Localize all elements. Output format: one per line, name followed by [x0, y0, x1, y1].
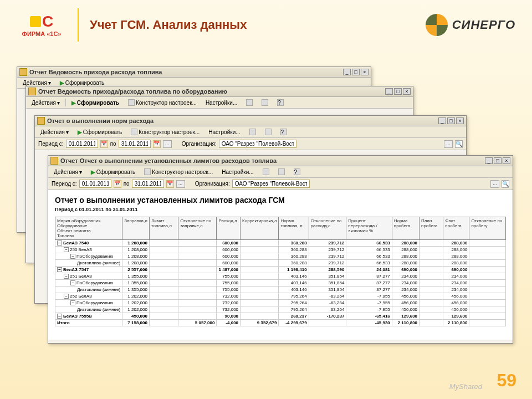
settings-button[interactable]: Настройки...: [202, 99, 241, 107]
synergo-icon: [426, 14, 448, 36]
period-from-label: Период с:: [38, 141, 64, 147]
maximize-button[interactable]: □: [494, 157, 502, 164]
minimize-button[interactable]: _: [343, 69, 351, 75]
datepicker-icon[interactable]: 📅: [153, 140, 161, 148]
tool-icon-2[interactable]: [262, 127, 275, 136]
minimize-button[interactable]: _: [385, 88, 393, 95]
toolbar: Действия ▾ ▶Сформировать Конструктор нас…: [48, 166, 513, 178]
window-icon: [28, 88, 36, 95]
close-button[interactable]: ×: [456, 117, 464, 124]
toolbar: Действия ▾ ▶Сформировать Конструктор нас…: [35, 126, 466, 138]
slide-title: Учет ГСМ. Анализ данных: [90, 18, 426, 32]
datepicker-icon[interactable]: 📅: [166, 180, 174, 188]
search-icon[interactable]: 🔍: [455, 140, 463, 148]
maximize-button[interactable]: □: [394, 88, 402, 95]
window-titlebar[interactable]: Отчет о выполнении норм расхода _ □ ×: [35, 116, 466, 126]
period-more-button[interactable]: ...: [163, 140, 172, 148]
window-titlebar[interactable]: Отчет Ведомость прихода расхода топлива …: [17, 67, 371, 78]
table-row[interactable]: −252 БелАЗ1 202,000732,000795,264-63,264…: [55, 293, 506, 300]
org-input[interactable]: [219, 140, 296, 148]
table-row[interactable]: Дизтопливо (зимнее)1 202,000732,000795,2…: [55, 306, 506, 313]
search-icon[interactable]: 🔍: [502, 180, 509, 188]
period-from-input[interactable]: [66, 140, 98, 148]
period-to-input[interactable]: [119, 140, 151, 148]
period-to-input[interactable]: [132, 180, 164, 188]
tool-icon-1[interactable]: [246, 127, 259, 136]
tool-icon-2[interactable]: [258, 98, 272, 107]
column-header: Отклонение по расходу,л: [309, 217, 346, 240]
tool-icon-1[interactable]: [243, 98, 256, 107]
actions-button[interactable]: Действия ▾: [50, 168, 85, 176]
toolbar: Действия ▾ ▶Сформировать Конструктор нас…: [26, 97, 413, 109]
divider: [78, 8, 79, 42]
slide-header: С ФИРМА «1С» Учет ГСМ. Анализ данных СИН…: [0, 0, 532, 50]
table-row[interactable]: −БелАЗ 75472 557,0001 487,0001 198,41028…: [55, 267, 506, 273]
help-button[interactable]: ?: [277, 127, 290, 136]
watermark: MyShared: [449, 382, 482, 391]
close-button[interactable]: ×: [503, 157, 510, 164]
form-button[interactable]: ▶Сформировать: [88, 168, 139, 176]
constructor-button[interactable]: Конструктор настроек...: [141, 167, 216, 176]
column-header: Заправка,л: [122, 217, 150, 240]
form-button[interactable]: ▶Сформировать: [74, 128, 126, 136]
report-table: Марка оборудованияОборудованиеОбъект рем…: [55, 217, 506, 326]
tool-icon-1[interactable]: [259, 167, 273, 176]
actions-button[interactable]: Действия ▾: [28, 99, 63, 107]
tree-expand-icon[interactable]: −: [70, 300, 75, 305]
table-row[interactable]: Дизтопливо (зимнее)1 355,000755,000403,1…: [55, 287, 506, 293]
tree-expand-icon[interactable]: −: [64, 274, 69, 279]
form-button[interactable]: ▶Сформировать: [68, 99, 122, 107]
table-row[interactable]: −ПоОборудованию1 208,000600,000360,28823…: [55, 253, 506, 260]
tree-expand-icon[interactable]: −: [64, 247, 69, 252]
minimize-button[interactable]: _: [485, 157, 493, 164]
table-row[interactable]: −БелАЗ 7555В450,00090,000260,237-170,237…: [55, 313, 506, 320]
org-label: Организация:: [195, 181, 230, 187]
tree-expand-icon[interactable]: −: [70, 280, 75, 285]
table-row[interactable]: −251 БелАЗ1 355,000755,000403,146351,854…: [55, 273, 506, 280]
help-button[interactable]: ?: [290, 167, 304, 176]
window-icon: [37, 117, 45, 125]
table-row[interactable]: Итого7 158,0005 057,000-4,0009 352,679-4…: [55, 320, 506, 326]
table-row[interactable]: −БелАЗ 75401 208,000600,000360,288239,71…: [55, 240, 506, 247]
tree-expand-icon[interactable]: −: [57, 267, 62, 272]
column-header: План пробега: [420, 217, 443, 240]
period-bar: Период с: 📅 по 📅 ... Организация: ... 🔍: [35, 138, 466, 150]
table-row[interactable]: Дизтопливо (зимнее)1 208,000600,000360,2…: [55, 260, 506, 267]
minimize-button[interactable]: _: [438, 117, 446, 124]
datepicker-icon[interactable]: 📅: [100, 140, 108, 148]
window-titlebar[interactable]: Отчет Ведомость прихода/расхода топлива …: [26, 86, 413, 97]
period-from-input[interactable]: [79, 180, 111, 188]
tool-icon-2[interactable]: [275, 167, 288, 176]
logo-1c: С ФИРМА «1С»: [17, 6, 66, 44]
constructor-button[interactable]: Конструктор настроек...: [125, 98, 200, 107]
datepicker-icon[interactable]: 📅: [114, 180, 121, 188]
table-row[interactable]: −ПоОборудованию1 355,000755,000403,14635…: [55, 280, 506, 287]
page-number: 59: [497, 370, 516, 391]
report-period: Период с 01.01.2011 по 31.01.2011: [55, 207, 506, 212]
actions-button[interactable]: Действия ▾: [37, 128, 72, 136]
period-to-label: по: [110, 141, 116, 147]
maximize-button[interactable]: □: [447, 117, 455, 124]
help-button[interactable]: ?: [274, 98, 287, 107]
tree-expand-icon[interactable]: −: [57, 314, 62, 319]
settings-button[interactable]: Настройки...: [218, 168, 257, 176]
constructor-button[interactable]: Конструктор настроек...: [127, 127, 203, 136]
close-button[interactable]: ×: [361, 69, 369, 75]
settings-button[interactable]: Настройки...: [205, 128, 243, 136]
more-button[interactable]: ...: [444, 140, 453, 148]
column-header: Процент перерасхода / экономии %: [346, 217, 392, 240]
close-button[interactable]: ×: [403, 88, 411, 95]
org-input[interactable]: [232, 180, 310, 188]
tree-expand-icon[interactable]: −: [57, 241, 62, 245]
window-icon: [50, 157, 58, 165]
maximize-button[interactable]: □: [352, 69, 360, 75]
tree-expand-icon[interactable]: −: [64, 294, 69, 299]
period-more-button[interactable]: ...: [176, 180, 185, 188]
column-header: Лимит топлива,л: [149, 217, 178, 240]
column-header: Норма пробега: [392, 217, 419, 240]
more-button[interactable]: ...: [490, 180, 499, 188]
table-row[interactable]: −ПоОборудованию1 202,000732,000795,264-6…: [55, 300, 506, 306]
tree-expand-icon[interactable]: −: [70, 254, 75, 259]
table-row[interactable]: −250 БелАЗ1 208,000600,000360,288239,712…: [55, 247, 506, 253]
window-titlebar[interactable]: Отчет Отчет о выполнении установленных л…: [48, 156, 513, 166]
